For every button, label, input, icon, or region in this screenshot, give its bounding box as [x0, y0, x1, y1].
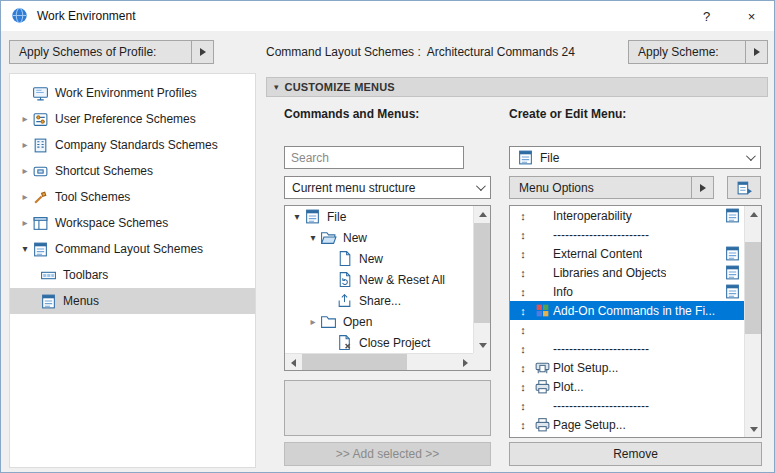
tree-item-new-and-reset-all[interactable]: New & Reset All — [285, 269, 473, 290]
apply-schemes-of-profile-button[interactable]: Apply Schemes of Profile: — [9, 40, 214, 64]
chevron-right-icon[interactable]: ▸ — [18, 114, 32, 124]
collapse-icon[interactable]: ▾ — [274, 82, 279, 92]
sidebar-item-label: Shortcut Schemes — [55, 164, 153, 178]
scroll-up-button[interactable] — [474, 206, 491, 222]
menu-item-plot-setup[interactable]: ↕ Plot Setup... — [510, 358, 744, 377]
tree-item-close-project[interactable]: Close Project — [285, 332, 473, 353]
help-button[interactable]: ? — [684, 1, 729, 31]
drag-handle-icon[interactable]: ↕ — [514, 362, 532, 374]
drag-handle-icon[interactable]: ↕ — [514, 286, 532, 298]
drag-handle-icon[interactable]: ↕ — [514, 229, 532, 241]
chevron-down-icon[interactable]: ▾ — [306, 233, 320, 243]
scheme-type-label: Command Layout Schemes : — [266, 45, 421, 59]
drag-handle-icon[interactable]: ↕ — [514, 419, 532, 431]
add-selected-button[interactable]: >> Add selected >> — [284, 442, 491, 466]
scrollbar-thumb[interactable] — [745, 242, 762, 334]
sidebar-item-menus[interactable]: Menus — [10, 288, 255, 314]
sidebar-item-tool-schemes[interactable]: ▸ Tool Schemes — [10, 184, 255, 210]
drag-handle-icon[interactable]: ↕ — [514, 343, 532, 355]
search-input[interactable] — [284, 146, 464, 169]
menu-items-panel: ↕ Interoperability ↕ -------------------… — [509, 205, 762, 438]
menu-separator[interactable]: ↕ ------------------------ — [510, 339, 744, 358]
flyout-arrow-icon[interactable] — [691, 177, 713, 198]
chevron-down-icon[interactable]: ▾ — [290, 212, 304, 222]
new-menu-button[interactable] — [727, 176, 761, 199]
tree-item-new-folder[interactable]: ▾ New — [285, 227, 473, 248]
tree-item-label: Open — [343, 315, 372, 329]
menu-item-external-content[interactable]: ↕ External Content — [510, 244, 744, 263]
sidebar-item-label: Menus — [63, 294, 99, 308]
drag-handle-icon[interactable]: ↕ — [514, 210, 532, 222]
chevron-right-icon[interactable]: ▸ — [306, 317, 320, 327]
apply-schemes-of-profile-label: Apply Schemes of Profile: — [10, 41, 191, 63]
scrollbar-thumb[interactable] — [302, 354, 407, 371]
menu-item-empty[interactable]: ↕ — [510, 320, 744, 339]
scroll-right-button[interactable] — [457, 354, 473, 371]
chevron-right-icon[interactable]: ▸ — [18, 140, 32, 150]
sidebar-item-company-standards-schemes[interactable]: ▸ Company Standards Schemes — [10, 132, 255, 158]
menu-item-label: Plot... — [553, 380, 584, 394]
scheme-name: Architectural Commands 24 — [427, 45, 575, 59]
menu-item-info[interactable]: ↕ Info — [510, 282, 744, 301]
menu-item-page-setup[interactable]: ↕ Page Setup... — [510, 415, 744, 434]
scrollbar-corner — [473, 353, 490, 370]
sidebar-item-toolbars[interactable]: Toolbars — [10, 262, 255, 288]
drag-handle-icon[interactable]: ↕ — [514, 267, 532, 279]
menu-item-label: Info — [553, 285, 573, 299]
edit-menu-dropdown[interactable]: File — [509, 146, 761, 169]
menu-separator[interactable]: ↕ ------------------------ — [510, 225, 744, 244]
sidebar-item-workspace-schemes[interactable]: ▸ Workspace Schemes — [10, 210, 255, 236]
flyout-arrow-icon[interactable] — [745, 41, 767, 63]
chevron-right-icon[interactable]: ▸ — [18, 192, 32, 202]
customize-menus-section-header[interactable]: ▾ CUSTOMIZE MENUS — [266, 77, 768, 97]
tree-item-label: New — [343, 231, 367, 245]
scroll-down-button[interactable] — [474, 337, 491, 353]
scroll-up-button[interactable] — [745, 206, 762, 222]
menu-item-libraries-and-objects[interactable]: ↕ Libraries and Objects — [510, 263, 744, 282]
horizontal-scrollbar[interactable] — [285, 353, 473, 370]
sidebar-item-work-environment-profiles[interactable]: Work Environment Profiles — [10, 80, 255, 106]
sidebar-item-shortcut-schemes[interactable]: ▸ Shortcut Schemes — [10, 158, 255, 184]
flyout-arrow-icon[interactable] — [191, 41, 213, 63]
sidebar-item-command-layout-schemes[interactable]: ▾ Command Layout Schemes — [10, 236, 255, 262]
close-button[interactable]: × — [729, 1, 774, 31]
share-icon — [336, 292, 353, 309]
menu-item-label: Libraries and Objects — [553, 266, 666, 280]
chevron-right-icon[interactable]: ▸ — [18, 218, 32, 228]
menu-item-plot[interactable]: ↕ Plot... — [510, 377, 744, 396]
apply-scheme-button[interactable]: Apply Scheme: — [628, 40, 768, 64]
chevron-down-icon[interactable]: ▾ — [18, 244, 32, 254]
submenu-icon — [724, 283, 741, 300]
drag-handle-icon[interactable]: ↕ — [514, 381, 532, 393]
sidebar-item-user-preference-schemes[interactable]: ▸ User Preference Schemes — [10, 106, 255, 132]
tree-item-share[interactable]: Share... — [285, 290, 473, 311]
workspace-icon — [32, 215, 49, 232]
chevron-right-icon[interactable]: ▸ — [18, 166, 32, 176]
scroll-down-button[interactable] — [745, 421, 762, 437]
menu-structure-dropdown[interactable]: Current menu structure — [284, 176, 491, 199]
section-title: CUSTOMIZE MENUS — [285, 81, 395, 93]
scrollbar-thumb[interactable] — [474, 223, 491, 323]
drag-handle-icon[interactable]: ↕ — [514, 324, 532, 336]
tree-item-file[interactable]: ▾ File — [285, 206, 473, 227]
menu-item-interoperability[interactable]: ↕ Interoperability — [510, 206, 744, 225]
menus-icon — [40, 293, 57, 310]
drag-handle-icon[interactable]: ↕ — [514, 400, 532, 412]
command-description-box — [284, 380, 491, 436]
drag-handle-icon[interactable]: ↕ — [514, 248, 532, 260]
folder-icon — [320, 313, 337, 330]
vertical-scrollbar[interactable] — [744, 206, 761, 437]
menu-separator[interactable]: ↕ ------------------------ — [510, 396, 744, 415]
menu-icon — [304, 208, 321, 225]
scroll-left-button[interactable] — [285, 354, 301, 371]
tree-item-new[interactable]: New — [285, 248, 473, 269]
menu-item-label: Interoperability — [553, 209, 632, 223]
tree-item-open[interactable]: ▸ Open — [285, 311, 473, 332]
menu-item-add-on-commands[interactable]: ↕ Add-On Commands in the Fi... — [510, 301, 744, 320]
drag-handle-icon[interactable]: ↕ — [514, 305, 532, 317]
menu-item-label: Add-On Commands in the Fi... — [553, 304, 715, 318]
remove-button[interactable]: Remove — [509, 442, 762, 466]
menu-options-button[interactable]: Menu Options — [509, 176, 714, 199]
vertical-scrollbar[interactable] — [473, 206, 490, 353]
create-or-edit-menu-title: Create or Edit Menu: — [509, 107, 626, 121]
